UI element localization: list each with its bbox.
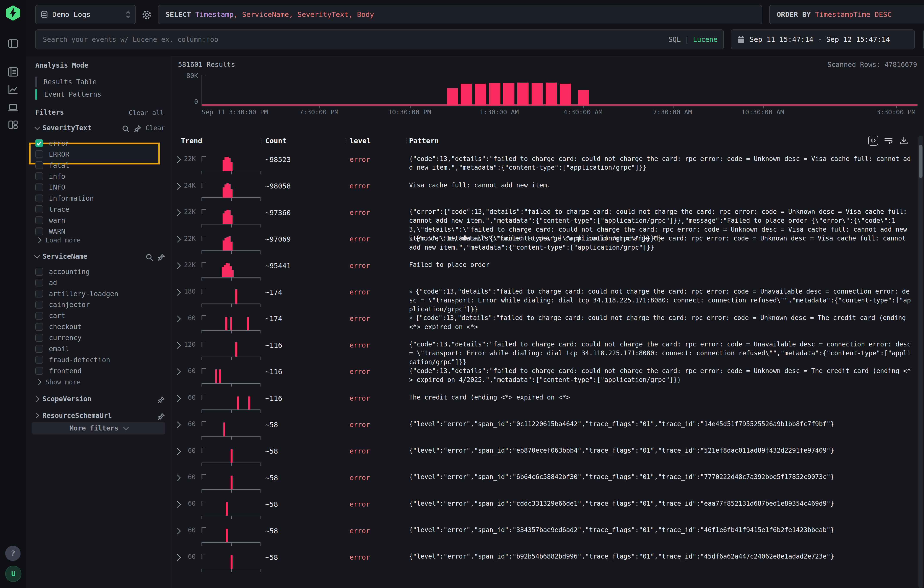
clear-all-button[interactable]: Clear all xyxy=(129,109,164,117)
checkbox[interactable] xyxy=(35,334,43,341)
histogram-bar[interactable] xyxy=(461,84,472,105)
filter-option[interactable]: checkout xyxy=(35,321,81,332)
filter-option[interactable]: accounting xyxy=(35,266,90,277)
table-row[interactable]: 180 ~174 error ×{"code":13,"details":"fa… xyxy=(171,283,924,310)
table-row[interactable]: 120 ~116 error ×{"code":13,"details":"fa… xyxy=(171,336,924,362)
filter-option[interactable]: currency xyxy=(35,333,81,343)
checkbox[interactable] xyxy=(35,367,43,375)
filter-option[interactable]: error xyxy=(35,138,69,148)
histogram-bar[interactable] xyxy=(475,84,486,105)
histogram-bar[interactable] xyxy=(578,90,589,105)
table-row[interactable]: 22K ~97360 error ×{"error":{"code":13,"d… xyxy=(171,203,924,230)
pin-icon[interactable] xyxy=(157,395,165,403)
filter-option[interactable]: artillery-loadgen xyxy=(35,288,118,299)
client-sessions-icon[interactable] xyxy=(7,101,19,113)
filter-option[interactable]: cainjector xyxy=(35,300,90,310)
checkbox[interactable] xyxy=(35,301,43,308)
filter-option[interactable]: frontend xyxy=(35,366,81,376)
severity-load-more[interactable]: Load more xyxy=(36,236,81,244)
dashboards-icon[interactable] xyxy=(7,119,19,131)
pattern-cell[interactable]: ×The credit card (ending <*> expired on … xyxy=(409,393,911,402)
table-row[interactable]: 60 ~116 error ×{"code":13,"details":"fai… xyxy=(171,362,924,389)
severity-clear-button[interactable]: Clear xyxy=(145,124,165,132)
pin-icon[interactable] xyxy=(157,253,165,260)
filter-option[interactable]: fatal xyxy=(35,160,69,171)
code-view-icon[interactable] xyxy=(868,136,878,146)
search-logs-icon[interactable] xyxy=(7,66,19,78)
pattern-cell[interactable]: ×{"code":13,"details":"failed to charge … xyxy=(409,155,911,172)
column-header-trend[interactable]: Trend xyxy=(181,137,202,145)
filter-option[interactable]: trace xyxy=(35,204,69,215)
checkbox[interactable] xyxy=(35,279,43,287)
table-row[interactable]: 24K ~98058 error ×Visa cache full: canno… xyxy=(171,177,924,203)
histogram-bar[interactable] xyxy=(503,83,515,105)
pattern-cell[interactable]: ×{"level":"error","span_id":"0c11220615b… xyxy=(409,420,911,428)
user-avatar[interactable]: U xyxy=(5,566,21,582)
filter-option[interactable]: fraud-detection xyxy=(35,354,110,365)
checkbox[interactable] xyxy=(35,356,43,364)
mode-lucene[interactable]: Lucene xyxy=(693,36,718,43)
pattern-cell[interactable]: ×Visa cache full: cannot add new item. xyxy=(409,181,911,190)
checkbox[interactable] xyxy=(35,268,43,275)
checkbox[interactable] xyxy=(35,139,43,147)
pattern-cell[interactable]: ×{"code":13,"details":"failed to charge … xyxy=(409,234,911,252)
scopeversion-group-header[interactable]: ScopeVersion xyxy=(34,394,165,404)
checkbox[interactable] xyxy=(35,194,43,202)
checkbox[interactable] xyxy=(35,183,43,191)
severity-group-header[interactable]: SeverityText Clear xyxy=(34,123,165,133)
pin-icon[interactable] xyxy=(157,412,165,419)
table-row[interactable]: 60 ~58 error ×{"level":"error","span_id"… xyxy=(171,495,924,522)
pattern-cell[interactable]: ×{"level":"error","span_id":"6b64c6c5884… xyxy=(409,473,911,481)
pattern-cell[interactable]: ×Failed to place order xyxy=(409,260,911,269)
pattern-cell[interactable]: ×{"level":"error","span_id":"b92b54b6882… xyxy=(409,552,911,561)
filter-option[interactable]: INFO xyxy=(35,182,65,193)
checkbox[interactable] xyxy=(35,227,43,235)
checkbox[interactable] xyxy=(35,150,43,158)
search-input[interactable] xyxy=(41,35,668,44)
filter-option[interactable]: cart xyxy=(35,310,65,321)
checkbox[interactable] xyxy=(35,312,43,320)
filter-option[interactable]: warn xyxy=(35,215,65,226)
table-row[interactable]: 60 ~58 error ×{"level":"error","span_id"… xyxy=(171,522,924,548)
histogram-bar[interactable] xyxy=(447,88,458,105)
order-by-input[interactable]: ORDER BY TimestampTime DESC xyxy=(769,5,924,24)
sidebar-toggle-icon[interactable] xyxy=(7,38,19,49)
analysis-mode-event-patterns[interactable]: Event Patterns xyxy=(35,88,101,101)
table-row[interactable]: 60 ~58 error ×{"level":"error","span_id"… xyxy=(171,548,924,574)
pattern-cell[interactable]: ×{"level":"error","span_id":"cddc331329e… xyxy=(409,499,911,508)
column-resize-handle[interactable]: ⋮ xyxy=(258,137,264,144)
checkbox[interactable] xyxy=(35,161,43,169)
analysis-mode-results-table[interactable]: Results Table xyxy=(35,76,97,88)
column-header-count[interactable]: Count xyxy=(265,137,287,145)
download-icon[interactable] xyxy=(899,136,909,146)
filter-option[interactable]: Information xyxy=(35,193,94,204)
chart-explorer-icon[interactable] xyxy=(7,84,19,96)
scrollbar-thumb[interactable] xyxy=(919,145,922,178)
table-row[interactable]: 60 ~174 error ×{"code":13,"details":"fai… xyxy=(171,310,924,336)
column-header-level[interactable]: level xyxy=(350,137,371,145)
histogram-bar[interactable] xyxy=(489,83,500,105)
pattern-cell[interactable]: ×{"level":"error","span_id":"334357bae9e… xyxy=(409,525,911,534)
checkbox[interactable] xyxy=(35,345,43,352)
results-histogram[interactable] xyxy=(201,75,917,106)
histogram-bar[interactable] xyxy=(531,83,543,105)
histogram-bar[interactable] xyxy=(517,82,528,105)
settings-gear-icon[interactable] xyxy=(142,10,152,20)
pattern-cell[interactable]: ×{"code":13,"details":"failed to charge … xyxy=(409,313,911,331)
column-resize-handle[interactable]: ⋮ xyxy=(404,137,409,144)
column-resize-handle[interactable]: ⋮ xyxy=(343,137,349,144)
histogram-bar[interactable] xyxy=(546,82,557,105)
wrap-text-icon[interactable] xyxy=(883,136,893,146)
more-filters-button[interactable]: More filters xyxy=(32,422,165,435)
table-row[interactable]: 22K ~98523 error ×{"code":13,"details":"… xyxy=(171,150,924,177)
table-row[interactable]: 60 ~58 error ×{"level":"error","span_id"… xyxy=(171,415,924,442)
service-group-header[interactable]: ServiceName xyxy=(34,252,165,261)
run-query-button[interactable] xyxy=(923,30,924,49)
service-show-more[interactable]: Show more xyxy=(36,378,81,386)
resourceschemaurl-group-header[interactable]: ResourceSchemaUrl xyxy=(34,411,165,420)
checkbox[interactable] xyxy=(35,216,43,224)
search-icon[interactable] xyxy=(145,253,153,260)
pattern-cell[interactable]: ×{"code":13,"details":"failed to charge … xyxy=(409,367,911,384)
table-row[interactable]: 22K ~97069 error ×{"code":13,"details":"… xyxy=(171,230,924,256)
filter-option[interactable]: WARN xyxy=(35,226,65,237)
